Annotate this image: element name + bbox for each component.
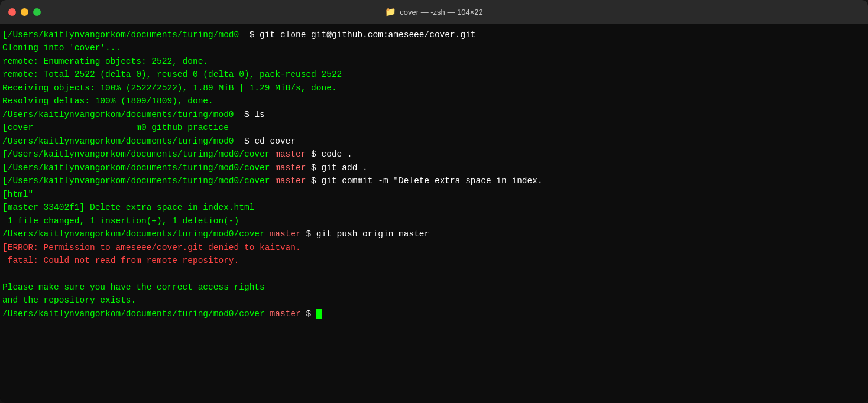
output-text: [cover m0_github_practice — [2, 123, 229, 132]
window-title: 📁 cover — -zsh — 104×22 — [385, 6, 483, 17]
command-text: $ ls — [234, 110, 265, 119]
traffic-lights — [8, 8, 41, 16]
cursor — [316, 309, 322, 318]
prompt-path: [/Users/kaitlynvangorkom/documents/turin… — [2, 30, 239, 40]
terminal-line: [/Users/kaitlynvangorkom/documents/turin… — [2, 161, 861, 174]
terminal-line: /Users/kaitlynvangorkom/documents/turing… — [2, 108, 861, 121]
terminal-line: [html" — [2, 188, 861, 201]
error-text: fatal: Could not read from remote reposi… — [2, 256, 239, 265]
error-text: [ERROR: Permission to ameseee/cover.git … — [2, 243, 301, 252]
terminal-line: Resolving deltas: 100% (1809/1809), done… — [2, 95, 861, 108]
prompt-path: [/Users/kaitlynvangorkom/documents/turin… — [2, 150, 270, 159]
branch-name: master — [265, 229, 301, 239]
command-text: $ git clone git@github.com:ameseee/cover… — [239, 30, 475, 40]
terminal-line: [cover m0_github_practice — [2, 121, 861, 134]
terminal-line: remote: Total 2522 (delta 0), reused 0 (… — [2, 68, 861, 81]
output-text: remote: Total 2522 (delta 0), reused 0 (… — [2, 70, 342, 79]
terminal-line: /Users/kaitlynvangorkom/documents/turing… — [2, 307, 861, 320]
output-text: Receiving objects: 100% (2522/2522), 1.8… — [2, 83, 337, 93]
terminal-line: [/Users/kaitlynvangorkom/documents/turin… — [2, 28, 861, 41]
terminal-line: fatal: Could not read from remote reposi… — [2, 254, 861, 267]
output-text: remote: Enumerating objects: 2522, done. — [2, 57, 208, 66]
output-text: [html" — [2, 190, 33, 199]
terminal-line: [/Users/kaitlynvangorkom/documents/turin… — [2, 148, 861, 161]
output-text: Please make sure you have the correct ac… — [2, 282, 265, 292]
branch-name: master — [265, 309, 301, 318]
output-text: 1 file changed, 1 insertion(+), 1 deleti… — [2, 216, 239, 226]
minimize-button[interactable] — [21, 8, 28, 16]
prompt-path: /Users/kaitlynvangorkom/documents/turing… — [2, 110, 234, 119]
prompt-path: /Users/kaitlynvangorkom/documents/turing… — [2, 309, 265, 318]
terminal-line: [ERROR: Permission to ameseee/cover.git … — [2, 241, 861, 254]
prompt-path: /Users/kaitlynvangorkom/documents/turing… — [2, 229, 265, 239]
terminal-line: 1 file changed, 1 insertion(+), 1 deleti… — [2, 214, 861, 228]
titlebar: 📁 cover — -zsh — 104×22 — [0, 0, 868, 24]
prompt-path: /Users/kaitlynvangorkom/documents/turing… — [2, 136, 234, 146]
terminal-window: 📁 cover — -zsh — 104×22 [/Users/kaitlynv… — [0, 0, 868, 403]
branch-name: master — [270, 163, 306, 173]
maximize-button[interactable] — [33, 8, 41, 16]
terminal-line: [/Users/kaitlynvangorkom/documents/turin… — [2, 174, 861, 187]
terminal-line: [master 33402f1] Delete extra space in i… — [2, 201, 861, 214]
command-text: $ code . — [306, 150, 352, 159]
terminal-line: Receiving objects: 100% (2522/2522), 1.8… — [2, 82, 861, 95]
prompt-path: [/Users/kaitlynvangorkom/documents/turin… — [2, 163, 270, 173]
command-text: $ cd cover — [234, 136, 296, 146]
command-text: $ git add . — [306, 163, 367, 173]
command-text: $ — [301, 309, 316, 318]
folder-icon: 📁 — [385, 6, 396, 17]
output-text: and the repository exists. — [2, 295, 136, 305]
output-text: Resolving deltas: 100% (1809/1809), done… — [2, 96, 213, 106]
close-button[interactable] — [8, 8, 16, 16]
terminal-body[interactable]: [/Users/kaitlynvangorkom/documents/turin… — [0, 24, 868, 403]
branch-name: master — [270, 176, 306, 186]
terminal-line: /Users/kaitlynvangorkom/documents/turing… — [2, 228, 861, 240]
terminal-line — [2, 267, 861, 280]
terminal-line: /Users/kaitlynvangorkom/documents/turing… — [2, 135, 861, 148]
terminal-line: remote: Enumerating objects: 2522, done. — [2, 55, 861, 68]
output-text: Cloning into 'cover'... — [2, 43, 121, 53]
branch-name: master — [270, 150, 306, 159]
terminal-line: and the repository exists. — [2, 294, 861, 307]
command-text: $ git push origin master — [301, 229, 430, 239]
command-text: $ git commit -m "Delete extra space in i… — [306, 176, 542, 186]
terminal-line: Please make sure you have the correct ac… — [2, 281, 861, 294]
title-text: cover — -zsh — 104×22 — [400, 8, 483, 17]
output-text: [master 33402f1] Delete extra space in i… — [2, 203, 254, 212]
prompt-path: [/Users/kaitlynvangorkom/documents/turin… — [2, 176, 270, 186]
terminal-line: Cloning into 'cover'... — [2, 41, 861, 54]
output-text — [2, 269, 8, 278]
